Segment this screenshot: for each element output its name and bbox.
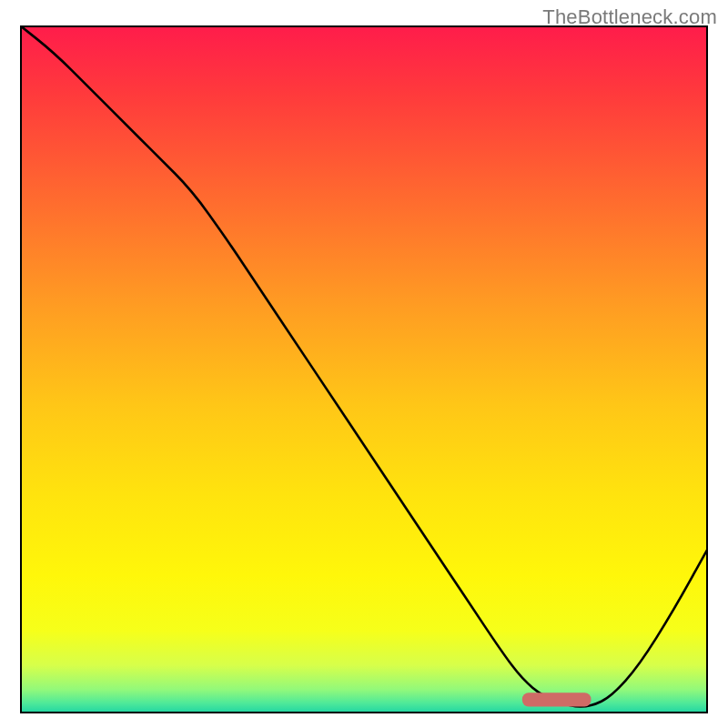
plot-frame <box>20 25 708 713</box>
watermark-text: TheBottleneck.com <box>542 5 717 29</box>
